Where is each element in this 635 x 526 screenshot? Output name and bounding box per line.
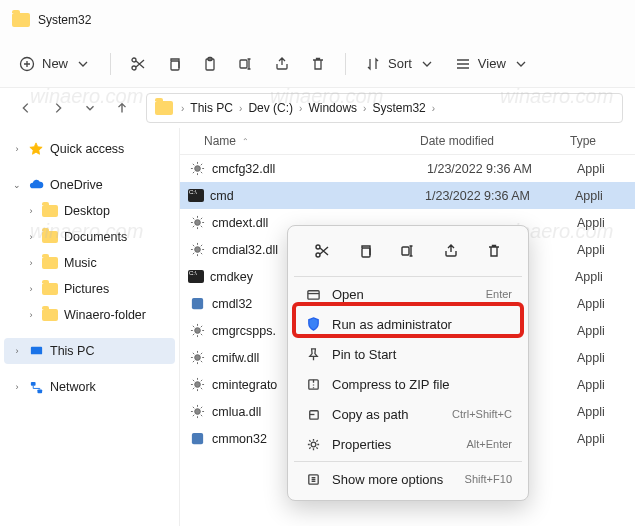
column-date[interactable]: Date modified: [420, 134, 570, 148]
chevron-right-icon: ›: [179, 103, 186, 114]
ctx-pin-to-start[interactable]: Pin to Start: [294, 339, 522, 369]
sidebar-item-desktop[interactable]: › Desktop: [4, 198, 175, 224]
explorer-window: System32 New Sort View: [0, 0, 635, 526]
ctx-copy-path[interactable]: Copy as path Ctrl+Shift+C: [294, 399, 522, 429]
view-label: View: [478, 56, 506, 71]
window-title: System32: [38, 13, 91, 27]
chevron-right-icon: ›: [26, 206, 36, 216]
sidebar-item-this-pc[interactable]: › This PC: [4, 338, 175, 364]
dll-icon: [188, 322, 206, 340]
share-button[interactable]: [267, 51, 297, 77]
ctx-open[interactable]: Open Enter: [294, 279, 522, 309]
star-icon: [28, 141, 44, 157]
chevron-right-icon: ›: [26, 258, 36, 268]
chevron-down-icon: [512, 55, 530, 73]
view-icon: [454, 55, 472, 73]
context-menu: Open Enter Run as administrator Pin to S…: [287, 225, 529, 501]
column-name[interactable]: Name⌃: [180, 134, 420, 148]
column-type[interactable]: Type: [570, 134, 635, 148]
rename-icon: [237, 55, 255, 73]
file-row[interactable]: cmcfg32.dll1/23/2022 9:36 AMAppli: [180, 155, 635, 182]
svg-rect-8: [30, 381, 35, 385]
sidebar: › Quick access ⌄ OneDrive › Desktop › Do…: [0, 128, 180, 526]
up-button[interactable]: [108, 94, 136, 122]
this-pc-label: This PC: [50, 344, 94, 358]
sidebar-item-winaero[interactable]: › Winaero-folder: [4, 302, 175, 328]
chevron-right-icon: ›: [430, 103, 437, 114]
exe-icon: [188, 189, 204, 202]
breadcrumb[interactable]: › This PC › Dev (C:) › Windows › System3…: [146, 93, 623, 123]
svg-rect-3: [171, 61, 179, 70]
sort-icon: [364, 55, 382, 73]
toolbar: New Sort View: [0, 40, 635, 88]
sidebar-item-onedrive[interactable]: ⌄ OneDrive: [4, 172, 175, 198]
sidebar-item-documents[interactable]: › Documents: [4, 224, 175, 250]
nav-row: › This PC › Dev (C:) › Windows › System3…: [0, 88, 635, 128]
chevron-right-icon: ›: [12, 346, 22, 356]
more-icon: [304, 470, 322, 488]
folder-icon: [42, 203, 58, 219]
separator: [294, 461, 522, 462]
chevron-down-icon: [74, 55, 92, 73]
ctx-show-more[interactable]: Show more options Shift+F10: [294, 464, 522, 494]
folder-icon: [42, 307, 58, 323]
copy-button[interactable]: [159, 51, 189, 77]
zip-icon: [304, 375, 322, 393]
file-row-selected[interactable]: cmd1/23/2022 9:36 AMAppli: [180, 182, 635, 209]
svg-rect-13: [191, 298, 202, 309]
dll-icon: [188, 376, 206, 394]
documents-label: Documents: [64, 230, 127, 244]
ctx-run-as-admin[interactable]: Run as administrator: [294, 309, 522, 339]
pictures-label: Pictures: [64, 282, 109, 296]
ctx-delete-button[interactable]: [479, 236, 509, 266]
exe-icon: [188, 270, 204, 283]
folder-icon: [42, 281, 58, 297]
svg-rect-22: [402, 247, 409, 255]
view-button[interactable]: View: [448, 51, 536, 77]
chevron-right-icon: ›: [297, 103, 304, 114]
ctx-copy-button[interactable]: [350, 236, 380, 266]
winaero-label: Winaero-folder: [64, 308, 146, 322]
sidebar-item-quick-access[interactable]: › Quick access: [4, 136, 175, 162]
ctx-rename-button[interactable]: [393, 236, 423, 266]
crumb-windows[interactable]: Windows: [306, 101, 359, 115]
delete-button[interactable]: [303, 51, 333, 77]
chevron-down-icon: ⌄: [12, 180, 22, 190]
svg-rect-23: [307, 290, 318, 298]
titlebar: System32: [0, 0, 635, 40]
column-headers: Name⌃ Date modified Type: [180, 128, 635, 155]
ctx-properties[interactable]: Properties Alt+Enter: [294, 429, 522, 459]
cut-button[interactable]: [123, 51, 153, 77]
crumb-system32[interactable]: System32: [370, 101, 427, 115]
svg-point-15: [194, 355, 200, 361]
sidebar-item-music[interactable]: › Music: [4, 250, 175, 276]
plus-icon: [18, 55, 36, 73]
svg-point-20: [316, 245, 320, 249]
crumb-this-pc[interactable]: This PC: [188, 101, 235, 115]
paste-button[interactable]: [195, 51, 225, 77]
recent-chevron[interactable]: [76, 94, 104, 122]
monitor-icon: [28, 343, 44, 359]
dll-icon: [188, 349, 206, 367]
ctx-cut-button[interactable]: [307, 236, 337, 266]
sort-button[interactable]: Sort: [358, 51, 442, 77]
chevron-right-icon: ›: [26, 232, 36, 242]
svg-point-19: [316, 253, 320, 257]
forward-button[interactable]: [44, 94, 72, 122]
ctx-compress[interactable]: Compress to ZIP file: [294, 369, 522, 399]
app-icon: [188, 295, 206, 313]
svg-point-1: [132, 66, 136, 70]
rename-button[interactable]: [231, 51, 261, 77]
svg-point-17: [194, 409, 200, 415]
ctx-share-button[interactable]: [436, 236, 466, 266]
folder-icon: [42, 255, 58, 271]
new-label: New: [42, 56, 68, 71]
chevron-right-icon: ›: [237, 103, 244, 114]
sidebar-item-network[interactable]: › Network: [4, 374, 175, 400]
chevron-right-icon: ›: [26, 310, 36, 320]
new-button[interactable]: New: [12, 51, 98, 77]
back-button[interactable]: [12, 94, 40, 122]
sidebar-item-pictures[interactable]: › Pictures: [4, 276, 175, 302]
crumb-drive[interactable]: Dev (C:): [246, 101, 295, 115]
clipboard-icon: [201, 55, 219, 73]
